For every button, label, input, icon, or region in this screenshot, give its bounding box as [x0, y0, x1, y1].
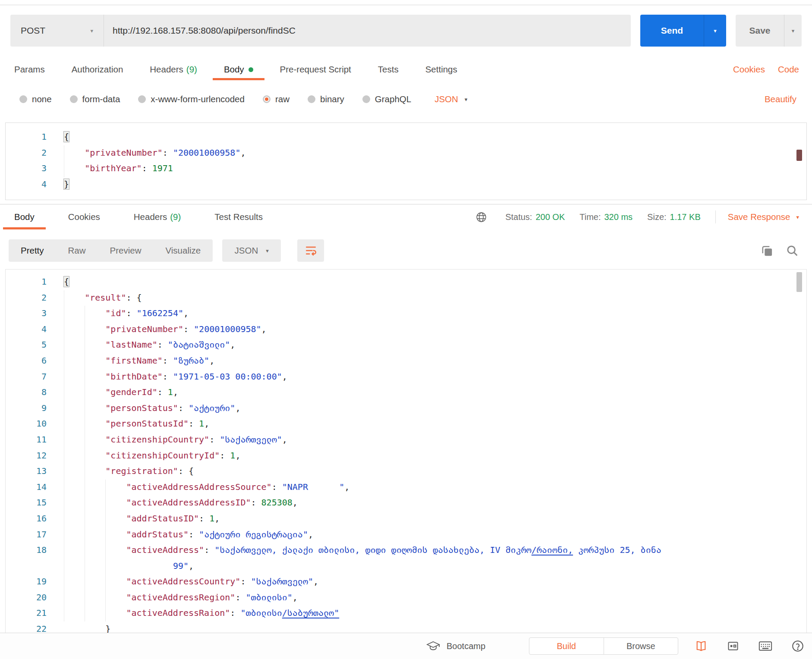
beautify-link[interactable]: Beautify [765, 94, 796, 104]
tab-params[interactable]: Params [14, 59, 45, 80]
send-label[interactable]: Send [640, 15, 704, 47]
url-input[interactable] [104, 15, 631, 47]
tab-body[interactable]: Body [224, 59, 253, 80]
mode-none[interactable]: none [19, 94, 52, 104]
line-number: 5 [6, 337, 47, 353]
line-number: 16 [6, 511, 47, 527]
line-number: 2 [6, 290, 47, 306]
build-button[interactable]: Build [529, 638, 604, 654]
code-link[interactable]: Code [778, 64, 799, 75]
postman-window: POST ▾ Send ▾ Save ▾ Params Authorizatio… [0, 0, 812, 659]
line-number: 2 [6, 145, 47, 161]
divider [715, 210, 716, 223]
tab-test-results[interactable]: Test Results [214, 204, 263, 229]
time-badge: Time:320 ms [579, 212, 633, 222]
time-value: 320 ms [604, 212, 633, 222]
tab-response-cookies[interactable]: Cookies [68, 204, 100, 229]
console-button[interactable] [758, 640, 772, 652]
two-pane-layout-icon [727, 640, 740, 652]
size-badge: Size:1.17 KB [647, 212, 701, 222]
copy-response-button[interactable] [760, 244, 774, 257]
code-line: 16 "addrStatusID": 1, [6, 511, 806, 527]
tab-pre-request-script[interactable]: Pre-request Script [280, 59, 351, 80]
save-button[interactable]: Save ▾ [736, 15, 802, 47]
browse-button[interactable]: Browse [604, 638, 678, 654]
scrollbar-thumb[interactable] [796, 150, 802, 161]
mode-raw[interactable]: raw [263, 94, 290, 104]
footer-icons [695, 633, 804, 659]
radio-icon[interactable] [70, 95, 78, 103]
send-button[interactable]: Send ▾ [640, 15, 726, 47]
line-number: 6 [6, 353, 47, 369]
line-number: 7 [6, 369, 47, 385]
mode-form-data[interactable]: form-data [70, 94, 120, 104]
view-preview[interactable]: Preview [98, 245, 154, 256]
radio-icon[interactable] [362, 95, 370, 103]
address-link[interactable]: /საბურთალო" [282, 608, 339, 618]
scrollbar-thumb[interactable] [796, 272, 802, 292]
code-line: 2 "privateNumber": "20001000958", [6, 145, 806, 161]
mode-x-www-form-urlencoded[interactable]: x-www-form-urlencoded [138, 94, 245, 104]
response-language-select[interactable]: JSON ▾ [222, 239, 281, 262]
tab-response-headers[interactable]: Headers(9) [134, 204, 181, 229]
graduation-cap-icon [426, 640, 440, 652]
code-line: 4} [6, 176, 806, 192]
address-link[interactable]: /რაიონი, [532, 545, 573, 555]
line-number: 22 [6, 621, 47, 633]
line-number: 21 [6, 605, 47, 621]
two-pane-layout-button[interactable] [727, 640, 740, 652]
tab-response-body[interactable]: Body [14, 204, 35, 229]
chevron-down-icon: ▾ [90, 28, 93, 34]
tab-headers[interactable]: Headers(9) [150, 59, 197, 80]
cookies-link[interactable]: Cookies [733, 64, 765, 75]
search-icon [786, 244, 799, 257]
code-line: 3 "birthYear": 1971 [6, 160, 806, 176]
response-meta: Status:200 OK Time:320 ms Size:1.17 KB S… [475, 210, 799, 223]
mode-binary[interactable]: binary [308, 94, 344, 104]
code-line: 21 "activeAddressRaion": "თბილისი/საბურთ… [6, 605, 806, 621]
copy-icon [760, 244, 774, 257]
mode-graphql[interactable]: GraphQL [362, 94, 411, 104]
wrap-lines-icon [305, 245, 317, 256]
view-pretty[interactable]: Pretty [9, 245, 56, 256]
line-number: 11 [6, 432, 47, 448]
response-body-editor[interactable]: 1{2 "result": {3 "id": "1662254",4 "priv… [5, 269, 807, 633]
line-number: 20 [6, 590, 47, 606]
method-select[interactable]: POST ▾ [10, 15, 104, 47]
code-line: 22 } [6, 621, 806, 633]
save-options-chevron-down-icon[interactable]: ▾ [784, 15, 802, 47]
radio-icon[interactable] [19, 95, 27, 103]
code-line: 10 "personStatusId": 1, [6, 416, 806, 432]
save-response-button[interactable]: Save Response ▾ [728, 212, 799, 222]
response-view-controls: Pretty Raw Preview Visualize JSON ▾ [0, 236, 812, 265]
docs-button[interactable] [695, 640, 708, 652]
bootcamp-label: Bootcamp [447, 641, 485, 651]
wrap-lines-button[interactable] [297, 239, 324, 262]
code-line: 99", [6, 558, 806, 574]
view-visualize[interactable]: Visualize [153, 245, 213, 256]
radio-icon[interactable] [308, 95, 315, 103]
network-globe-icon[interactable] [475, 211, 487, 223]
code-line: 6 "firstName": "ზურაბ", [6, 353, 806, 369]
tab-tests[interactable]: Tests [378, 59, 399, 80]
radio-icon[interactable] [138, 95, 146, 103]
search-response-button[interactable] [786, 244, 799, 257]
raw-language-select[interactable]: JSON ▾ [434, 94, 467, 104]
help-button[interactable] [791, 640, 804, 653]
line-number: 13 [6, 463, 47, 479]
indent-guide [105, 480, 106, 621]
build-browse-toggle: Build Browse [529, 637, 678, 655]
view-raw[interactable]: Raw [56, 245, 98, 256]
tab-authorization[interactable]: Authorization [72, 59, 123, 80]
code-line: 4 "privateNumber": "20001000958", [6, 321, 806, 337]
tab-settings[interactable]: Settings [425, 59, 457, 80]
console-keyboard-icon [758, 640, 772, 652]
send-options-chevron-down-icon[interactable]: ▾ [704, 15, 726, 47]
save-label[interactable]: Save [736, 15, 784, 47]
radio-selected-icon[interactable] [263, 95, 271, 103]
bootcamp-button[interactable]: Bootcamp [426, 633, 485, 659]
status-badge: Status:200 OK [505, 212, 565, 222]
request-tabs: Params Authorization Headers(9) Body Pre… [0, 59, 812, 80]
request-body-editor[interactable]: 1{2 "privateNumber": "20001000958",3 "bi… [5, 122, 807, 200]
indent-guide [85, 306, 85, 621]
